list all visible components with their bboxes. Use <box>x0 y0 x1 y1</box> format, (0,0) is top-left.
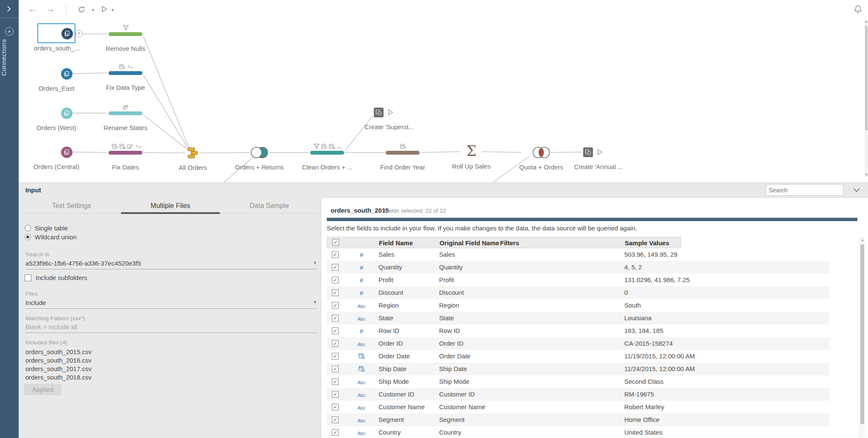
row-checkbox[interactable]: ✓ <box>332 429 339 436</box>
field-name[interactable]: Ship Date <box>378 365 406 372</box>
applied-button[interactable]: Applied <box>24 384 61 395</box>
string-type-icon[interactable]: Abc <box>355 340 368 348</box>
row-checkbox[interactable]: ✓ <box>332 277 339 283</box>
step-node-remove-nulls[interactable] <box>108 32 142 36</box>
forward-arrow-icon[interactable]: → <box>46 4 55 14</box>
field-name[interactable]: Ship Mode <box>378 378 409 385</box>
input-node-orders-west[interactable] <box>61 108 72 119</box>
row-checkbox[interactable]: ✓ <box>332 264 339 271</box>
step-node-fix-data-type[interactable] <box>108 71 142 75</box>
table-row[interactable]: ✓AbcShip ModeShip ModeSecond Class <box>327 375 829 388</box>
field-name[interactable]: Row ID <box>378 327 399 334</box>
row-checkbox[interactable]: ✓ <box>332 327 339 334</box>
row-checkbox[interactable]: ✓ <box>332 340 339 347</box>
tab-text-settings[interactable]: Text Settings <box>22 200 121 213</box>
table-row[interactable]: ✓AbcCustomer NameCustomer NameRobert Mar… <box>327 401 829 413</box>
table-row[interactable]: ✓#DiscountDiscount0 <box>327 286 829 299</box>
tab-data-sample[interactable]: Data Sample <box>220 200 319 213</box>
column-header[interactable]: Original Field Name <box>440 239 499 247</box>
row-checkbox[interactable]: ✓ <box>332 315 339 322</box>
string-type-icon[interactable]: Abc <box>355 391 368 399</box>
field-name[interactable]: Region <box>378 302 399 309</box>
table-row[interactable]: ✓Ship DateShip Date11/24/2015, 12:00:00 … <box>327 363 829 375</box>
string-type-icon[interactable]: Abc <box>355 302 368 310</box>
string-type-icon[interactable]: Abc <box>355 416 368 424</box>
union-node-all-orders[interactable] <box>188 147 198 160</box>
include-subfolders-checkbox[interactable] <box>25 274 31 281</box>
row-checkbox[interactable]: ✓ <box>332 366 339 372</box>
step-node-fix-dates[interactable] <box>108 151 142 155</box>
field-name[interactable]: Quantity <box>378 263 402 271</box>
add-connection-button[interactable]: + <box>5 27 14 36</box>
table-row[interactable]: ✓AbcRegionRegionSouth <box>327 299 829 312</box>
radio-option-single-table[interactable]: Single table <box>25 224 68 232</box>
output-node-create-annual[interactable] <box>583 147 593 157</box>
aggregate-node-roll-up-sales[interactable]: Σ <box>466 142 476 159</box>
refresh-dropdown-icon[interactable]: ▾ <box>92 8 94 12</box>
input-node-orders-south[interactable] <box>61 28 73 39</box>
step-node-clean-orders[interactable] <box>310 151 344 155</box>
table-row[interactable]: ✓#Row IDRow ID183, 184, 185 <box>327 324 829 337</box>
field-search-input[interactable] <box>769 187 846 194</box>
date-type-icon[interactable] <box>355 353 368 361</box>
join-node-quota-orders[interactable] <box>531 146 551 161</box>
run-output-button[interactable] <box>388 109 393 117</box>
field-name[interactable]: Sales <box>378 251 395 258</box>
table-row[interactable]: ✓AbcStateStateLouisiana <box>327 312 829 324</box>
field-name[interactable]: Order ID <box>378 340 403 347</box>
notifications-bell-icon[interactable] <box>854 5 862 16</box>
column-header[interactable]: Filters <box>500 239 519 247</box>
number-type-icon[interactable]: # <box>355 251 368 259</box>
radio-option-wildcard-union[interactable]: Wildcard union <box>25 233 77 241</box>
expand-sidebar-button[interactable] <box>0 0 19 18</box>
string-type-icon[interactable]: Abc <box>355 378 368 386</box>
row-checkbox[interactable]: ✓ <box>332 353 339 360</box>
field-name[interactable]: State <box>378 314 393 322</box>
table-row[interactable]: ✓AbcCountryCountryUnited States <box>327 426 829 438</box>
table-scrollbar[interactable]: ▲ <box>859 237 865 438</box>
table-row[interactable]: ✓#QuantityQuantity4, 5, 2 <box>327 261 829 274</box>
table-row[interactable]: ✓AbcOrder IDOrder IDCA-2015-158274 <box>327 337 829 350</box>
column-header[interactable]: Sample Values <box>625 239 669 247</box>
run-output-button[interactable] <box>597 149 603 157</box>
string-type-icon[interactable]: Abc <box>355 404 368 411</box>
field-name[interactable]: Discount <box>378 289 403 296</box>
search-in-dropdown[interactable]: a523f96c-1fb6-4756-a336-37ec4520e3f5 ▾ <box>25 260 317 269</box>
output-node-create-superst[interactable] <box>374 108 384 117</box>
number-type-icon[interactable]: # <box>355 264 368 272</box>
scroll-up-icon[interactable]: ▲ <box>861 238 864 242</box>
flow-scrollbar-thumb[interactable] <box>865 25 868 130</box>
table-scrollbar-thumb[interactable] <box>860 244 864 424</box>
row-checkbox[interactable]: ✓ <box>332 289 339 296</box>
field-search-box[interactable] <box>766 184 843 196</box>
input-node-orders-east[interactable] <box>61 68 72 80</box>
row-checkbox[interactable]: ✓ <box>332 416 339 423</box>
row-checkbox[interactable]: ✓ <box>332 404 339 410</box>
date-type-icon[interactable] <box>355 366 368 374</box>
field-name[interactable]: Customer ID <box>378 391 414 398</box>
files-dropdown[interactable]: Include ▾ <box>25 299 317 309</box>
field-name[interactable]: Segment <box>378 416 404 423</box>
field-name[interactable]: Order Date <box>378 352 410 360</box>
step-node-find-order-year[interactable] <box>386 151 420 155</box>
column-header[interactable]: Field Name <box>379 239 413 247</box>
scroll-down-icon[interactable]: ▼ <box>865 173 868 177</box>
table-row[interactable]: ✓AbcCustomer IDCustomer IDRM-19675 <box>327 388 829 401</box>
table-row[interactable]: ✓AbcSegmentSegmentHome Office <box>327 413 829 426</box>
table-row[interactable]: ✓Order DateOrder Date11/19/2015, 12:00:0… <box>327 350 829 363</box>
row-checkbox[interactable]: ✓ <box>332 391 339 398</box>
collapse-pane-button[interactable] <box>853 187 863 194</box>
string-type-icon[interactable]: Abc <box>355 315 368 322</box>
run-flow-icon[interactable] <box>101 6 108 14</box>
table-row[interactable]: ✓#SalesSales503.96, 149.95, 29 <box>327 248 829 261</box>
number-type-icon[interactable]: # <box>355 289 368 297</box>
table-row[interactable]: ✓#ProfitProfit131.0296, 41.986, 7.25 <box>327 274 829 286</box>
string-type-icon[interactable]: Abc <box>355 429 368 437</box>
select-all-checkbox[interactable]: ✓ <box>332 239 339 246</box>
field-name[interactable]: Country <box>378 429 401 436</box>
include-subfolders-option[interactable]: Include subfolders <box>25 274 87 281</box>
scroll-up-icon[interactable]: ▲ <box>865 19 868 23</box>
row-checkbox[interactable]: ✓ <box>332 378 339 385</box>
field-name[interactable]: Profit <box>378 276 393 283</box>
join-node-orders-returns[interactable] <box>250 146 269 161</box>
